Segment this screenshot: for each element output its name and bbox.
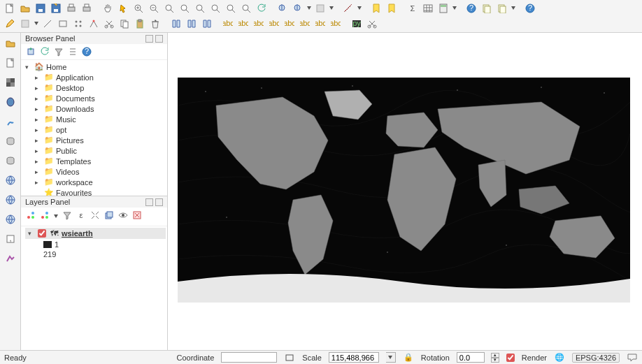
tree-item-workspace[interactable]: ▸📁workspace bbox=[35, 177, 166, 187]
py-console-icon[interactable]: py bbox=[350, 17, 364, 31]
coord-input[interactable] bbox=[221, 352, 277, 363]
browser-tree[interactable]: ▾🏠Home▸📁Application▸📁Desktop▸📁Documents▸… bbox=[21, 60, 167, 196]
rect-icon[interactable] bbox=[56, 17, 70, 31]
markers-icon[interactable] bbox=[71, 17, 85, 31]
help-icon[interactable]: ? bbox=[81, 46, 92, 57]
zoom-last-icon[interactable] bbox=[224, 1, 238, 15]
group-icon[interactable] bbox=[104, 210, 115, 221]
refresh-icon[interactable] bbox=[39, 46, 50, 57]
tree-item-public[interactable]: ▸📁Public bbox=[35, 145, 166, 156]
abc4-icon[interactable]: abc bbox=[267, 17, 281, 31]
rotation-stepper[interactable]: ▲ ▼ bbox=[491, 353, 499, 363]
line-icon[interactable] bbox=[41, 17, 55, 31]
vtx-icon[interactable] bbox=[87, 17, 101, 31]
step-up-icon[interactable]: ▲ bbox=[491, 353, 499, 358]
abc6-icon[interactable]: abc bbox=[298, 17, 312, 31]
abc2-icon[interactable]: abc bbox=[236, 17, 250, 31]
chevron-down-icon[interactable] bbox=[329, 1, 334, 15]
render-checkbox[interactable] bbox=[506, 354, 515, 362]
chevron-right-icon[interactable]: ▸ bbox=[35, 116, 42, 123]
raster-add-icon[interactable] bbox=[3, 75, 18, 90]
chevron-right-icon[interactable]: ▸ bbox=[35, 85, 42, 92]
shortcuts-icon[interactable] bbox=[365, 17, 379, 31]
pan-select-icon[interactable] bbox=[116, 1, 130, 15]
chevron-down-icon[interactable] bbox=[511, 1, 516, 15]
attr-table-icon[interactable] bbox=[421, 1, 435, 15]
map-canvas[interactable] bbox=[168, 33, 642, 350]
layer-visibility-checkbox[interactable] bbox=[38, 229, 46, 238]
print-composer-icon[interactable] bbox=[80, 1, 94, 15]
extents-icon[interactable] bbox=[284, 352, 295, 363]
chevron-right-icon[interactable]: ▸ bbox=[35, 179, 42, 186]
step-down-icon[interactable]: ▼ bbox=[491, 358, 499, 363]
close-icon[interactable] bbox=[155, 35, 163, 43]
close-icon[interactable] bbox=[155, 198, 163, 206]
abc-settings-icon[interactable]: abc bbox=[329, 17, 343, 31]
save-icon[interactable] bbox=[34, 1, 48, 15]
add-layer-icon[interactable] bbox=[25, 46, 36, 57]
chevron-down-icon[interactable] bbox=[452, 1, 457, 15]
identify-icon[interactable]: i bbox=[276, 1, 290, 15]
scale-input[interactable] bbox=[329, 352, 379, 363]
chevron-down-icon[interactable]: ▾ bbox=[25, 64, 32, 71]
crs-value[interactable]: EPSG:4326 bbox=[572, 353, 620, 363]
stats-icon[interactable]: Σ bbox=[406, 1, 420, 15]
chevron-right-icon[interactable]: ▸ bbox=[35, 74, 42, 81]
copy-style-icon[interactable] bbox=[480, 1, 494, 15]
postgis-add-icon[interactable] bbox=[3, 94, 18, 110]
tree-item-opt[interactable]: ▸📁opt bbox=[35, 124, 166, 135]
print-icon[interactable] bbox=[64, 1, 78, 15]
expand-icon[interactable] bbox=[90, 210, 101, 221]
zoom-in-icon[interactable] bbox=[131, 1, 145, 15]
tree-item-desktop[interactable]: ▸📁Desktop bbox=[35, 82, 166, 93]
action-icon[interactable] bbox=[313, 1, 327, 15]
chevron-right-icon[interactable]: ▸ bbox=[35, 158, 42, 165]
field-calc-icon[interactable] bbox=[436, 1, 450, 15]
mssql-add-icon[interactable] bbox=[3, 133, 18, 149]
messages-icon[interactable] bbox=[627, 352, 638, 363]
spatialite-add-icon[interactable] bbox=[3, 114, 18, 129]
tree-item-application[interactable]: ▸📁Application bbox=[35, 72, 166, 82]
vector-open-icon[interactable] bbox=[3, 36, 18, 51]
rotation-input[interactable] bbox=[457, 352, 485, 363]
chevron-right-icon[interactable]: ▸ bbox=[35, 168, 42, 175]
chevron-down-icon[interactable] bbox=[34, 17, 39, 31]
zoom-next-icon[interactable] bbox=[239, 1, 253, 15]
chevron-right-icon[interactable]: ▸ bbox=[35, 137, 42, 144]
dock-icon[interactable] bbox=[145, 35, 153, 43]
abc1-icon[interactable]: abc bbox=[221, 17, 235, 31]
wms-add-icon[interactable] bbox=[3, 173, 18, 188]
open-icon[interactable] bbox=[18, 1, 32, 15]
zoom-full-icon[interactable] bbox=[178, 1, 192, 15]
remove-icon[interactable] bbox=[131, 210, 143, 221]
chevron-down-icon[interactable]: ▾ bbox=[28, 230, 35, 237]
tree-item-videos[interactable]: ▸📁Videos bbox=[35, 166, 166, 177]
saveas-icon[interactable] bbox=[49, 1, 63, 15]
lock-scale-icon[interactable]: 🔒 bbox=[403, 352, 414, 363]
tree-item-downloads[interactable]: ▸📁Downloads bbox=[35, 103, 166, 114]
collapse-icon[interactable] bbox=[67, 46, 78, 57]
measure-icon[interactable] bbox=[341, 1, 355, 15]
tree-item-pictures[interactable]: ▸📁Pictures bbox=[35, 135, 166, 145]
dock-icon[interactable] bbox=[145, 198, 153, 206]
bookmark-icon[interactable] bbox=[369, 1, 383, 15]
copy-icon[interactable] bbox=[117, 17, 131, 31]
identify-icon[interactable]: i bbox=[291, 1, 305, 15]
pencil-icon[interactable] bbox=[3, 17, 17, 31]
visibility-icon[interactable] bbox=[117, 210, 129, 221]
style-icon[interactable] bbox=[39, 210, 50, 221]
layers-tree[interactable]: ▾ 🗺 wsiearth 1 219 bbox=[21, 226, 167, 350]
chevron-down-icon[interactable] bbox=[306, 1, 312, 15]
style-icon[interactable] bbox=[25, 210, 36, 221]
new-icon[interactable] bbox=[3, 1, 17, 15]
vector-new-icon[interactable] bbox=[3, 55, 18, 71]
chevron-down-icon[interactable] bbox=[357, 1, 362, 15]
filter-icon[interactable] bbox=[62, 210, 73, 221]
tree-home[interactable]: ▾🏠Home bbox=[25, 61, 166, 72]
delete-icon[interactable] bbox=[148, 17, 162, 31]
merge-attr-icon[interactable] bbox=[200, 17, 214, 31]
chevron-down-icon[interactable] bbox=[53, 210, 59, 224]
chevron-right-icon[interactable]: ▸ bbox=[35, 95, 42, 102]
cut-icon[interactable] bbox=[102, 17, 116, 31]
abc3-icon[interactable]: abc bbox=[252, 17, 266, 31]
